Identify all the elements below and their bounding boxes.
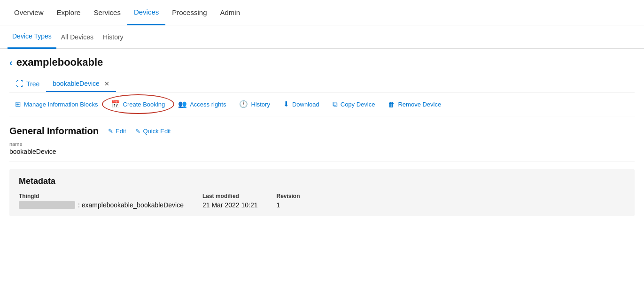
remove-device-label: Remove Device [398, 101, 441, 108]
nav-item-admin[interactable]: Admin [213, 0, 247, 25]
metadata-thingid-value: : examplebookable_bookableDevice [19, 201, 184, 209]
quick-edit-label: Quick Edit [143, 128, 171, 135]
field-name-value: bookableDevice [9, 148, 635, 155]
metadata-thingid-text: : examplebookable_bookableDevice [78, 201, 184, 209]
create-booking-label: Create Booking [123, 101, 165, 108]
nav-item-devices[interactable]: Devices [127, 0, 165, 25]
metadata-lastmodified-col: Last modified 21 Mar 2022 10:21 [202, 193, 258, 209]
general-info-header: General Information ✎ Edit ✎ Quick Edit [9, 126, 635, 137]
sub-nav-all-devices[interactable]: All Devices [56, 25, 98, 49]
general-info-actions: ✎ Edit ✎ Quick Edit [104, 126, 175, 137]
metadata-lastmodified-value: 21 Mar 2022 10:21 [202, 201, 258, 209]
nav-item-processing[interactable]: Processing [165, 0, 213, 25]
access-rights-button[interactable]: 👥 Access rights [172, 97, 232, 111]
top-navigation: Overview Explore Services Devices Proces… [0, 0, 644, 25]
quick-edit-icon: ✎ [135, 128, 140, 135]
access-rights-label: Access rights [190, 101, 226, 108]
download-icon: ⬇ [283, 100, 289, 108]
tab-tree[interactable]: ⛶ Tree [9, 76, 46, 92]
create-booking-button[interactable]: 📅 Create Booking [106, 97, 171, 111]
metadata-title: Metadata [19, 176, 625, 186]
metadata-grid: ThingId : examplebookable_bookableDevice… [19, 193, 625, 209]
edit-label: Edit [116, 128, 126, 135]
metadata-revision-label: Revision [276, 193, 300, 199]
tab-bookable-device[interactable]: bookableDevice ✕ [46, 76, 116, 92]
history-label: History [251, 101, 270, 108]
action-toolbar: ⊞ Manage Information Blocks 📅 Create Boo… [9, 92, 635, 116]
manage-info-blocks-icon: ⊞ [15, 100, 21, 108]
history-button[interactable]: 🕐 History [233, 97, 275, 111]
sub-nav-device-types[interactable]: Device Types [8, 25, 56, 49]
sub-nav-history[interactable]: History [98, 25, 128, 49]
edit-button[interactable]: ✎ Edit [104, 126, 130, 137]
access-rights-icon: 👥 [178, 100, 187, 108]
page-content: ‹ examplebookable ⛶ Tree bookableDevice … [0, 49, 644, 224]
sub-navigation: Device Types All Devices History [0, 25, 644, 49]
nav-item-overview[interactable]: Overview [8, 0, 50, 25]
remove-device-button[interactable]: 🗑 Remove Device [382, 98, 447, 111]
metadata-lastmodified-label: Last modified [202, 193, 258, 199]
copy-device-icon: ⧉ [333, 100, 338, 108]
device-tab-bar: ⛶ Tree bookableDevice ✕ [9, 76, 635, 92]
metadata-section: Metadata ThingId : examplebookable_booka… [9, 169, 635, 216]
remove-device-icon: 🗑 [388, 100, 395, 108]
page-title-area: ‹ examplebookable [9, 56, 635, 68]
metadata-thingid-col: ThingId : examplebookable_bookableDevice [19, 193, 184, 209]
tree-icon: ⛶ [16, 80, 23, 88]
nav-item-services[interactable]: Services [87, 0, 127, 25]
redacted-id [19, 201, 75, 209]
manage-info-blocks-label: Manage Information Blocks [24, 101, 98, 108]
copy-device-label: Copy Device [341, 101, 375, 108]
metadata-thingid-label: ThingId [19, 193, 184, 199]
nav-item-explore[interactable]: Explore [50, 0, 87, 25]
edit-icon: ✎ [108, 128, 113, 135]
create-booking-icon: 📅 [111, 100, 120, 108]
metadata-revision-col: Revision 1 [276, 193, 300, 209]
quick-edit-button[interactable]: ✎ Quick Edit [132, 126, 174, 137]
copy-device-button[interactable]: ⧉ Copy Device [327, 97, 381, 111]
download-button[interactable]: ⬇ Download [278, 97, 325, 111]
close-tab-icon[interactable]: ✕ [104, 80, 109, 87]
section-divider [9, 161, 635, 161]
field-name-label: name [9, 141, 635, 147]
page-title: examplebookable [16, 56, 103, 68]
back-button[interactable]: ‹ [9, 57, 13, 68]
download-label: Download [292, 101, 319, 108]
metadata-revision-value: 1 [276, 201, 300, 209]
tab-bookable-device-label: bookableDevice [53, 80, 100, 87]
history-icon: 🕐 [239, 100, 248, 108]
manage-info-blocks-button[interactable]: ⊞ Manage Information Blocks [9, 97, 104, 111]
general-info-title: General Information [9, 126, 99, 137]
tab-tree-label: Tree [26, 80, 39, 88]
